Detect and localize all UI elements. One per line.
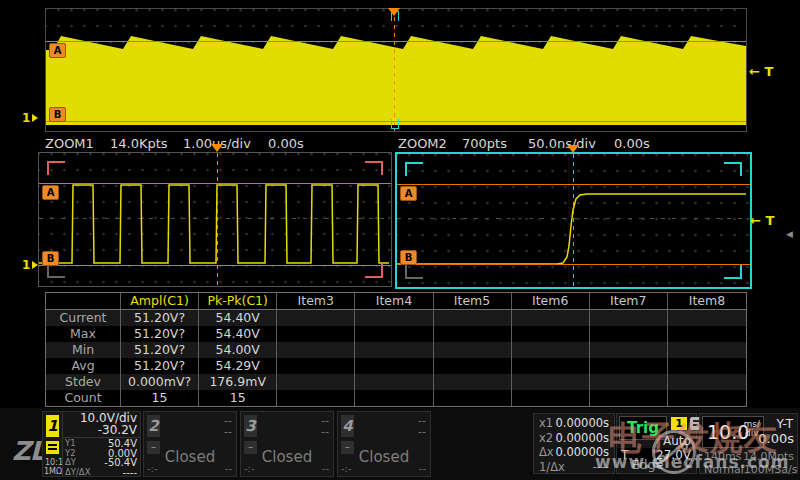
measure-value bbox=[590, 310, 668, 326]
cursor-b-label[interactable]: B bbox=[49, 107, 66, 122]
channel-1-offset[interactable]: -30.2V bbox=[63, 424, 140, 436]
ch1-cursor-row: ΔY/ΔX---- bbox=[63, 468, 140, 478]
side-collapse-icon[interactable]: ◀ bbox=[786, 229, 793, 239]
measure-value bbox=[590, 390, 668, 406]
cursor-a-line[interactable] bbox=[39, 183, 391, 184]
channel-1-badge[interactable]: 1 bbox=[46, 415, 59, 437]
display-mode: Y-T bbox=[777, 417, 793, 431]
measure-value bbox=[590, 326, 668, 342]
zoom2-scale: 50.0ns/div bbox=[528, 136, 596, 151]
measure-value bbox=[668, 374, 746, 390]
channel-3-panel[interactable]: 3----–Closed-:--- bbox=[240, 411, 334, 477]
ch1-ground-marker[interactable]: 1 bbox=[22, 111, 38, 125]
measure-column-header[interactable]: Item4 bbox=[355, 293, 433, 309]
ch1-ground-marker-zoom1[interactable]: 1 bbox=[22, 258, 38, 272]
zoom2-corner-bracket bbox=[724, 162, 742, 176]
zoom1-trigger-line bbox=[217, 153, 218, 286]
trigger-position-icon[interactable] bbox=[388, 8, 400, 16]
measure-value bbox=[512, 358, 590, 374]
channel-4-badge[interactable]: 4 bbox=[341, 415, 354, 437]
cursor-a-label[interactable]: A bbox=[42, 185, 59, 200]
channel-1-impedance: 1MΩ bbox=[44, 467, 62, 476]
measure-value bbox=[434, 326, 512, 342]
measure-column-header[interactable]: Pk-Pk(C1) bbox=[199, 293, 277, 309]
measure-row: Count1515 bbox=[46, 390, 746, 406]
timebase-scale-box[interactable]: 10.0 ms/div bbox=[702, 416, 764, 448]
measure-value: 54.40V bbox=[199, 326, 277, 342]
trigger-type[interactable]: Edge bbox=[617, 457, 678, 472]
measure-value bbox=[277, 358, 355, 374]
channel-2-badge[interactable]: 2 bbox=[147, 415, 160, 437]
measure-column-header[interactable]: Item3 bbox=[277, 293, 355, 309]
measure-value: 54.40V bbox=[199, 310, 277, 326]
zoom2-corner-bracket bbox=[405, 265, 423, 279]
trigger-mode[interactable]: Auto bbox=[663, 434, 691, 448]
zoom1-points: 14.0Kpts bbox=[110, 136, 168, 151]
measurement-table: Ampl(C1)Pk-Pk(C1)Item3Item4Item5Item6Ite… bbox=[45, 292, 747, 407]
channel-4-panel[interactable]: 4----–Closed-:--- bbox=[337, 411, 431, 477]
measure-row-label: Current bbox=[46, 310, 121, 326]
measure-column-header[interactable]: Ampl(C1) bbox=[121, 293, 199, 309]
measure-value bbox=[277, 326, 355, 342]
channel-2-panel[interactable]: 2----–Closed-:--- bbox=[143, 411, 237, 477]
cursor-a-label[interactable]: A bbox=[49, 43, 66, 58]
measure-value: 51.20V? bbox=[121, 358, 199, 374]
cursor-a-label[interactable]: A bbox=[400, 186, 417, 201]
cursor-a-line[interactable] bbox=[46, 41, 746, 42]
trigger-panel[interactable]: Trig 1 Auto T 27.0V Edge bbox=[616, 413, 697, 474]
trigger-level-marker-main[interactable]: ← T bbox=[749, 64, 773, 79]
channel-1-cursor-readout: Y150.4VY20.00VΔY-50.4VΔY/ΔX---- bbox=[63, 439, 140, 477]
zoom1-corner-bracket bbox=[365, 161, 383, 175]
channel-1-panel[interactable]: 1 10:1 1MΩ 10.0V/div -30.2V Y150.4VY20.0… bbox=[42, 411, 141, 477]
zoom2-trigger-icon[interactable] bbox=[567, 145, 579, 153]
cursor-b-line[interactable] bbox=[39, 265, 391, 266]
measure-value bbox=[355, 326, 433, 342]
zoom2-points: 700pts bbox=[462, 136, 507, 151]
record-time: 140ms bbox=[704, 450, 741, 463]
measure-row-label: Max bbox=[46, 326, 121, 342]
measure-row-label: Min bbox=[46, 342, 121, 358]
measure-value bbox=[512, 310, 590, 326]
measure-value bbox=[434, 358, 512, 374]
cursor-x-readout-panel: x10.00000sx20.00000sΔx0.00000s1/Δx---- bbox=[533, 413, 615, 474]
measure-value: 51.20V? bbox=[121, 310, 199, 326]
measure-value bbox=[668, 390, 746, 406]
measure-row: Min51.20V?54.00V bbox=[46, 342, 746, 358]
zoom2-title: ZOOM2 bbox=[398, 136, 447, 151]
measure-row: Max51.20V?54.40V bbox=[46, 326, 746, 342]
zoom2-corner-bracket bbox=[724, 265, 742, 279]
measure-value: 0.000mV? bbox=[121, 374, 199, 390]
measure-value bbox=[512, 326, 590, 342]
measure-value bbox=[355, 374, 433, 390]
timebase-panel[interactable]: 10.0 ms/div Y-T 0.00s 140ms 14.0Mpts Nor… bbox=[699, 413, 798, 474]
zoom2-corner-bracket bbox=[405, 162, 423, 176]
trigger-source-badge[interactable]: 1 bbox=[671, 417, 687, 430]
measure-value bbox=[512, 342, 590, 358]
measure-column-header[interactable]: Item5 bbox=[434, 293, 512, 309]
measure-value bbox=[668, 358, 746, 374]
zoom1-offset: 0.00s bbox=[268, 136, 304, 151]
measure-value: 51.20V? bbox=[121, 342, 199, 358]
measure-value bbox=[434, 374, 512, 390]
measure-column-header[interactable]: Item7 bbox=[590, 293, 668, 309]
channel-3-badge[interactable]: 3 bbox=[244, 415, 257, 437]
zoom2-window: A B bbox=[395, 152, 752, 289]
trigger-level-marker-zoom2[interactable]: ← T bbox=[750, 213, 774, 228]
measure-value bbox=[355, 390, 433, 406]
oscilloscope-screen: A B 1 ← T ZOOM1 14.0Kpts 1.00us/div 0.00… bbox=[0, 0, 800, 480]
channel-1-probe-ratio: 10:1 bbox=[45, 458, 63, 467]
cursor-b-label[interactable]: B bbox=[42, 251, 59, 266]
measure-row: Current51.20V?54.40V bbox=[46, 310, 746, 326]
zoom1-corner-bracket bbox=[365, 264, 383, 278]
zoom2-trigger-line bbox=[573, 154, 574, 287]
channel-1-coupling-dc-icon[interactable] bbox=[46, 441, 59, 454]
record-points: 14.0Mpts bbox=[743, 450, 794, 463]
measure-value bbox=[355, 358, 433, 374]
measure-column-header[interactable]: Item6 bbox=[512, 293, 590, 309]
measure-value bbox=[668, 310, 746, 326]
zoom1-trigger-icon[interactable] bbox=[211, 144, 223, 152]
measure-value bbox=[355, 310, 433, 326]
measure-column-header[interactable]: Item8 bbox=[668, 293, 746, 309]
measure-row-label: Count bbox=[46, 390, 121, 406]
cursor-b-label[interactable]: B bbox=[400, 250, 417, 265]
